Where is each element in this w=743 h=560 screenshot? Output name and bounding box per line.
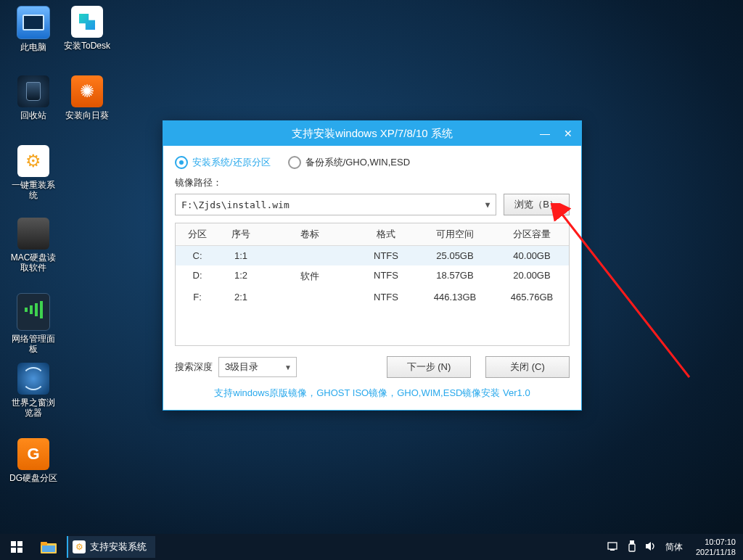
desktop-icon-dg[interactable]: DG硬盘分区 <box>9 438 58 483</box>
table-row[interactable]: F:2:1NTFS446.13GB465.76GB <box>176 287 569 307</box>
tray-clock[interactable]: 10:07:10 2021/11/18 <box>691 537 736 557</box>
titlebar[interactable]: 支持安装windows XP/7/8/10 系统 — ✕ <box>163 121 581 146</box>
gears-icon <box>17 145 49 177</box>
monitor-icon <box>17 6 50 39</box>
svg-rect-1 <box>11 541 16 546</box>
apple-icon <box>17 218 49 250</box>
col-free: 可用空间 <box>415 223 495 245</box>
usb-icon[interactable] <box>628 540 636 554</box>
desktop-icon-this-pc[interactable]: 此电脑 <box>9 6 58 52</box>
icon-label: 回收站 <box>9 110 58 120</box>
desktop-icon-todesk[interactable]: 安装ToDesk <box>62 6 112 51</box>
icon-label: MAC硬盘读取软件 <box>9 252 58 273</box>
system-tray: 简体 10:07:10 2021/11/18 <box>607 537 743 557</box>
window-title: 支持安装windows XP/7/8/10 系统 <box>292 127 453 141</box>
icon-label: 此电脑 <box>9 42 58 52</box>
table-cell: NTFS <box>357 287 415 307</box>
radio-backup[interactable]: 备份系统/GHO,WIN,ESD <box>288 156 410 169</box>
table-cell: 40.00GB <box>495 246 569 265</box>
network-bars-icon <box>17 293 50 331</box>
desktop-icon-browser[interactable]: 世界之窗浏览器 <box>9 363 58 418</box>
col-partition: 分区 <box>176 223 219 245</box>
windows-logo-icon <box>11 541 22 553</box>
table-cell: 465.76GB <box>495 287 569 307</box>
close-button[interactable]: 关闭 (C) <box>485 356 570 378</box>
diskgenius-icon <box>17 438 49 470</box>
gears-icon: ⚙ <box>73 540 86 553</box>
table-cell <box>263 287 357 307</box>
icon-label: 网络管理面板 <box>9 334 58 354</box>
icon-label: 世界之窗浏览器 <box>9 398 58 418</box>
svg-rect-4 <box>17 548 22 553</box>
col-total: 分区容量 <box>495 223 569 245</box>
taskbar-app-label: 支持安装系统 <box>90 540 147 553</box>
desktop-icon-recycle-bin[interactable]: 回收站 <box>9 75 58 120</box>
icon-label: 一键重装系统 <box>9 180 58 200</box>
desktop-icon-net-panel[interactable]: 网络管理面板 <box>9 293 58 354</box>
svg-rect-8 <box>608 543 617 549</box>
taskbar-app-button[interactable]: ⚙ 支持安装系统 <box>67 536 155 558</box>
volume-icon[interactable] <box>645 541 657 553</box>
ime-indicator[interactable]: 简体 <box>665 541 683 553</box>
search-depth-label: 搜索深度 <box>175 361 213 374</box>
image-path-value: F:\Zjds\install.wim <box>181 199 290 210</box>
image-path-label: 镜像路径： <box>175 176 570 189</box>
radio-install-restore[interactable]: 安装系统/还原分区 <box>175 156 271 169</box>
minimize-button[interactable]: — <box>536 126 554 141</box>
table-cell: 25.05GB <box>415 246 495 265</box>
taskbar-explorer[interactable] <box>33 534 64 560</box>
recycle-bin-icon <box>17 75 49 107</box>
table-cell: 20.00GB <box>495 265 569 287</box>
search-depth-dropdown[interactable]: 3级目录 <box>218 357 297 377</box>
icon-label: 安装ToDesk <box>62 41 112 51</box>
table-cell: 软件 <box>263 265 357 287</box>
table-cell: F: <box>176 287 219 307</box>
desktop-icon-mac-hdd[interactable]: MAC硬盘读取软件 <box>9 218 58 273</box>
next-button[interactable]: 下一步 (N) <box>387 356 471 378</box>
svg-rect-7 <box>42 545 55 552</box>
col-index: 序号 <box>219 223 263 245</box>
install-dialog: 支持安装windows XP/7/8/10 系统 — ✕ 安装系统/还原分区 备… <box>163 120 582 411</box>
table-cell: NTFS <box>357 246 415 265</box>
image-path-dropdown[interactable]: F:\Zjds\install.wim <box>175 194 496 215</box>
svg-rect-9 <box>610 549 615 551</box>
network-icon[interactable] <box>607 541 619 553</box>
radio-dot-icon <box>175 156 188 169</box>
table-cell: 1:2 <box>219 265 263 287</box>
radio-dot-icon <box>288 156 301 169</box>
start-button[interactable] <box>0 534 33 560</box>
table-header: 分区 序号 卷标 格式 可用空间 分区容量 <box>176 223 569 246</box>
table-cell: 1:1 <box>219 246 263 265</box>
svg-rect-11 <box>629 544 635 551</box>
desktop-icon-reinstall[interactable]: 一键重装系统 <box>9 145 58 200</box>
table-cell <box>263 246 357 265</box>
table-cell: D: <box>176 265 219 287</box>
table-row[interactable]: D:1:2软件NTFS18.57GB20.00GB <box>176 265 569 287</box>
radio-label: 备份系统/GHO,WIN,ESD <box>305 156 410 169</box>
status-line: 支持windows原版镜像，GHOST ISO镜像，GHO,WIM,ESD镜像安… <box>175 387 570 400</box>
folder-icon <box>41 540 57 553</box>
radio-label: 安装系统/还原分区 <box>192 156 271 169</box>
svg-rect-3 <box>11 548 16 553</box>
taskbar: ⚙ 支持安装系统 简体 10:07:10 2021/11/18 <box>0 534 743 560</box>
icon-label: DG硬盘分区 <box>9 473 58 483</box>
svg-rect-2 <box>17 541 22 546</box>
tray-time: 10:07:10 <box>696 537 736 547</box>
partition-table: 分区 序号 卷标 格式 可用空间 分区容量 C:1:1NTFS25.05GB40… <box>175 223 570 346</box>
browse-button[interactable]: 浏览（B） <box>504 194 570 215</box>
table-cell: 446.13GB <box>415 287 495 307</box>
svg-rect-10 <box>630 540 634 544</box>
col-volume: 卷标 <box>263 223 357 245</box>
table-row[interactable]: C:1:1NTFS25.05GB40.00GB <box>176 246 569 265</box>
table-cell: NTFS <box>357 265 415 287</box>
table-cell: 2:1 <box>219 287 263 307</box>
table-cell: C: <box>176 246 219 265</box>
icon-label: 安装向日葵 <box>62 110 112 120</box>
todesk-icon <box>71 6 103 38</box>
sunflower-icon <box>71 75 103 107</box>
desktop-icon-sunflower[interactable]: 安装向日葵 <box>62 75 112 120</box>
close-x-button[interactable]: ✕ <box>559 126 577 141</box>
globe-icon <box>17 363 49 395</box>
table-cell: 18.57GB <box>415 265 495 287</box>
tray-date: 2021/11/18 <box>696 547 736 557</box>
